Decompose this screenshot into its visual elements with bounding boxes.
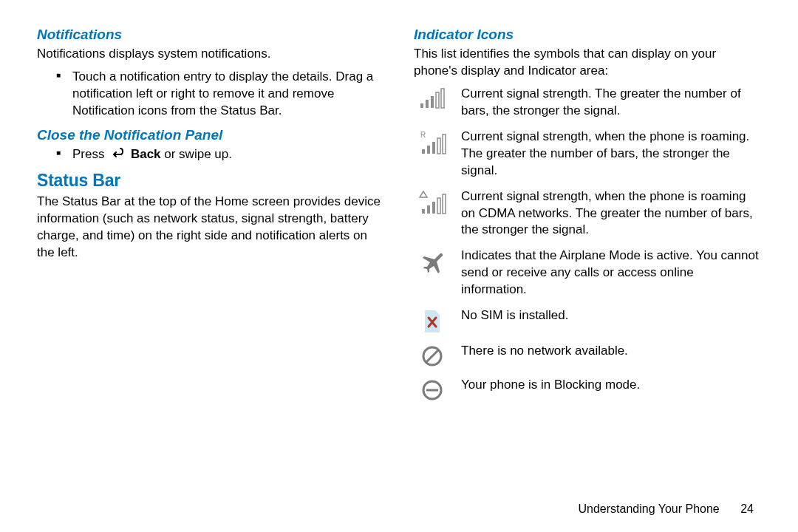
svg-rect-7 [427, 146, 430, 154]
heading-notifications: Notifications [37, 27, 384, 43]
back-icon [109, 146, 126, 163]
blocking-desc: Your phone is in Blocking mode. [461, 377, 761, 394]
airplane-icon [414, 248, 451, 274]
notifications-bullets: Touch a notification entry to display th… [37, 69, 384, 120]
svg-rect-4 [441, 89, 444, 108]
heading-status-bar: Status Bar [37, 171, 384, 191]
blocking-icon [414, 377, 451, 402]
row-airplane: Indicates that the Airplane Mode is acti… [414, 248, 761, 299]
notif-bullet-item: Touch a notification entry to display th… [37, 69, 384, 120]
svg-rect-1 [426, 100, 429, 108]
svg-rect-6 [422, 149, 425, 154]
signal-desc: Current signal strength. The greater the… [461, 86, 761, 120]
nosim-icon [414, 307, 451, 334]
indicator-intro: This list identifies the symbols that ca… [414, 46, 761, 80]
svg-rect-10 [443, 134, 446, 154]
row-signal-cdma: Current signal strength, when the phone … [414, 188, 761, 239]
signal-cdma-icon [414, 188, 451, 215]
close-rest: or swipe up. [161, 147, 232, 161]
nonet-desc: There is no network available. [461, 343, 761, 360]
heading-indicator-icons: Indicator Icons [414, 27, 761, 43]
close-press-text: Press [72, 147, 108, 161]
svg-marker-11 [420, 191, 427, 197]
no-network-icon [414, 343, 451, 368]
close-panel-bullets: Press Back or swipe up. [37, 146, 384, 163]
footer-chapter: Understanding Your Phone [578, 502, 719, 515]
svg-rect-2 [431, 96, 434, 108]
left-column: Notifications Notifications displays sys… [37, 27, 384, 411]
svg-rect-0 [420, 103, 423, 108]
footer-page-number: 24 [740, 502, 754, 516]
page-footer: Understanding Your Phone 24 [578, 502, 754, 516]
heading-close-panel: Close the Notification Panel [37, 127, 384, 143]
right-column: Indicator Icons This list identifies the… [414, 27, 761, 411]
status-bar-text: The Status Bar at the top of the Home sc… [37, 194, 384, 262]
nosim-desc: No SIM is installed. [461, 307, 761, 324]
signal-cdma-desc: Current signal strength, when the phone … [461, 188, 761, 239]
close-bullet-item: Press Back or swipe up. [37, 146, 384, 163]
airplane-desc: Indicates that the Airplane Mode is acti… [461, 248, 761, 299]
svg-rect-9 [437, 138, 440, 154]
row-nonet: There is no network available. [414, 343, 761, 368]
svg-rect-13 [427, 205, 430, 214]
signal-icon [414, 86, 451, 109]
row-signal-roaming: R Current signal strength, when the phon… [414, 129, 761, 180]
row-nosim: No SIM is installed. [414, 307, 761, 334]
svg-line-18 [426, 349, 439, 363]
svg-rect-15 [437, 198, 440, 214]
row-signal: Current signal strength. The greater the… [414, 86, 761, 120]
svg-rect-12 [422, 209, 425, 214]
signal-roaming-desc: Current signal strength, when the phone … [461, 129, 761, 180]
signal-roaming-icon: R [414, 129, 451, 155]
notifications-text: Notifications displays system notificati… [37, 46, 384, 63]
svg-rect-3 [436, 92, 439, 108]
close-bold: Back [131, 147, 161, 161]
svg-text:R: R [420, 131, 426, 139]
svg-rect-8 [432, 142, 435, 154]
row-blocking: Your phone is in Blocking mode. [414, 377, 761, 402]
svg-rect-16 [443, 194, 446, 214]
svg-rect-14 [432, 202, 435, 214]
